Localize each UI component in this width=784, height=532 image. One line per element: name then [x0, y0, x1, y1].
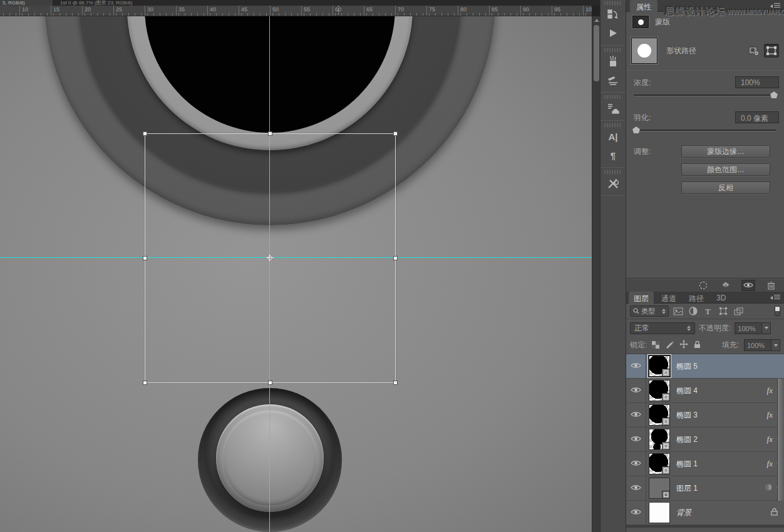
- adjustment-layer-filter-icon[interactable]: [688, 306, 699, 316]
- layers-scrollbar-thumb[interactable]: [777, 379, 784, 501]
- mask-thumbnail-icon[interactable]: [632, 16, 649, 28]
- lock-position-icon[interactable]: [679, 340, 688, 351]
- transform-handle[interactable]: [143, 131, 147, 136]
- lock-pixels-icon[interactable]: [665, 340, 674, 351]
- tab-paths[interactable]: 路径: [684, 292, 709, 304]
- layer-row[interactable]: 椭圆 3fx: [626, 403, 784, 427]
- load-selection-from-mask-icon[interactable]: [696, 280, 710, 291]
- filter-toggle-switch[interactable]: [775, 306, 780, 316]
- shape-path-thumbnail[interactable]: [631, 38, 658, 64]
- layer-name[interactable]: 图层 1: [676, 483, 698, 494]
- layer-visibility-cell[interactable]: [626, 452, 646, 476]
- document-tab-active[interactable]: 5, RGB/8): [0, 0, 53, 6]
- tab-properties[interactable]: 属性: [630, 0, 658, 12]
- eye-icon[interactable]: [631, 434, 641, 445]
- type-layer-filter-icon[interactable]: T: [703, 306, 714, 316]
- eye-icon[interactable]: [631, 507, 641, 518]
- layer-row[interactable]: 图层 1: [626, 476, 784, 501]
- blend-mode-dropdown[interactable]: 正常: [630, 322, 695, 334]
- filter-kind-dropdown[interactable]: 类型: [630, 305, 669, 317]
- eye-icon[interactable]: [631, 361, 641, 372]
- fill-dropdown[interactable]: 100%: [744, 339, 780, 351]
- layer-thumbnail[interactable]: [649, 429, 670, 450]
- layer-name[interactable]: 椭圆 5: [676, 361, 698, 372]
- lock-all-icon[interactable]: [694, 340, 701, 351]
- brush-panel-icon[interactable]: [601, 52, 626, 71]
- lock-transparent-icon[interactable]: [652, 340, 659, 351]
- smart-object-filter-icon[interactable]: [733, 306, 744, 316]
- character-panel-icon[interactable]: A|: [601, 127, 626, 146]
- layer-visibility-cell[interactable]: [626, 501, 646, 524]
- layer-visibility-cell[interactable]: [626, 476, 646, 500]
- layer-name[interactable]: 背景: [676, 508, 691, 518]
- layer-row[interactable]: 椭圆 2fx: [626, 427, 784, 452]
- density-value[interactable]: 100%: [735, 76, 779, 88]
- fx-indicator[interactable]: fx: [767, 386, 773, 396]
- layer-visibility-cell[interactable]: [626, 403, 646, 427]
- apply-mask-icon[interactable]: [719, 280, 733, 291]
- scrollbar-up-arrow-icon[interactable]: [594, 19, 599, 22]
- layer-name[interactable]: 椭圆 2: [676, 434, 698, 445]
- shape-layer-filter-icon[interactable]: [718, 306, 729, 316]
- layer-visibility-cell[interactable]: [626, 354, 646, 378]
- invert-button[interactable]: 反相: [681, 182, 770, 194]
- layer-thumbnail[interactable]: [649, 502, 670, 523]
- clone-source-icon[interactable]: [601, 99, 626, 118]
- transform-handle[interactable]: [268, 381, 272, 385]
- feather-value[interactable]: 0.0 像素: [735, 111, 779, 123]
- density-slider-handle[interactable]: [770, 91, 778, 98]
- paragraph-panel-icon[interactable]: ¶: [601, 146, 626, 165]
- panel-menu-icon[interactable]: [770, 3, 780, 9]
- layers-panel-menu-icon[interactable]: [770, 294, 780, 301]
- tool-presets-icon[interactable]: [601, 174, 626, 193]
- horizontal-ruler[interactable]: 101520253035404550556065707580859095100: [0, 6, 592, 16]
- layer-thumbnail[interactable]: [649, 380, 670, 401]
- layer-name[interactable]: 椭圆 3: [676, 410, 698, 421]
- density-slider[interactable]: [634, 95, 776, 96]
- transform-reference-point[interactable]: [267, 255, 272, 260]
- layer-name[interactable]: 椭圆 1: [676, 459, 698, 469]
- transform-handle[interactable]: [393, 381, 398, 385]
- history-icon[interactable]: [601, 5, 626, 24]
- fx-indicator[interactable]: fx: [767, 459, 773, 469]
- layer-name[interactable]: 椭圆 4: [676, 386, 698, 396]
- layer-row[interactable]: 椭圆 5: [626, 354, 784, 379]
- fx-indicator[interactable]: fx: [767, 434, 773, 444]
- brush-presets-icon[interactable]: [601, 71, 626, 90]
- layer-row[interactable]: 椭圆 4fx: [626, 379, 784, 403]
- vector-mask-icon[interactable]: [764, 44, 779, 58]
- layer-visibility-cell[interactable]: [626, 379, 646, 402]
- eye-icon[interactable]: [631, 458, 641, 469]
- feather-slider-handle[interactable]: [632, 126, 640, 133]
- pixel-layer-filter-icon[interactable]: [673, 306, 684, 316]
- layer-thumbnail[interactable]: [649, 453, 670, 474]
- layer-visibility-cell[interactable]: [626, 427, 646, 451]
- add-pixel-mask-icon[interactable]: [746, 44, 761, 58]
- mask-visibility-eye-icon[interactable]: [741, 280, 755, 291]
- document-tab-inactive[interactable]: 1sf 0 @ 66.7% (图层 23, RGB/8): [60, 0, 133, 6]
- layer-row[interactable]: 背景: [626, 501, 784, 525]
- eye-icon[interactable]: [631, 409, 641, 421]
- transform-handle[interactable]: [143, 381, 147, 385]
- transform-handle[interactable]: [143, 256, 147, 260]
- fx-indicator[interactable]: fx: [767, 410, 773, 420]
- canvas[interactable]: [0, 16, 592, 532]
- layer-thumbnail[interactable]: [649, 356, 670, 377]
- eye-icon[interactable]: [631, 385, 641, 396]
- feather-slider[interactable]: [634, 130, 776, 131]
- scrollbar-thumb[interactable]: [594, 25, 599, 81]
- tab-layers[interactable]: 图层: [629, 292, 654, 304]
- transform-handle[interactable]: [393, 131, 398, 136]
- tab-3d[interactable]: 3D: [711, 292, 731, 304]
- layer-thumbnail[interactable]: [649, 478, 670, 499]
- color-range-button[interactable]: 颜色范围…: [681, 163, 770, 176]
- layer-thumbnail[interactable]: [649, 404, 670, 426]
- eye-icon[interactable]: [631, 483, 641, 494]
- delete-mask-trash-icon[interactable]: [764, 280, 778, 291]
- actions-play-icon[interactable]: [601, 24, 626, 43]
- transform-handle[interactable]: [393, 256, 398, 260]
- mask-edge-button[interactable]: 蒙版边缘…: [681, 145, 770, 158]
- tab-channels[interactable]: 通道: [656, 292, 681, 304]
- opacity-dropdown[interactable]: 100%: [735, 322, 771, 334]
- canvas-vertical-scrollbar[interactable]: [592, 16, 600, 532]
